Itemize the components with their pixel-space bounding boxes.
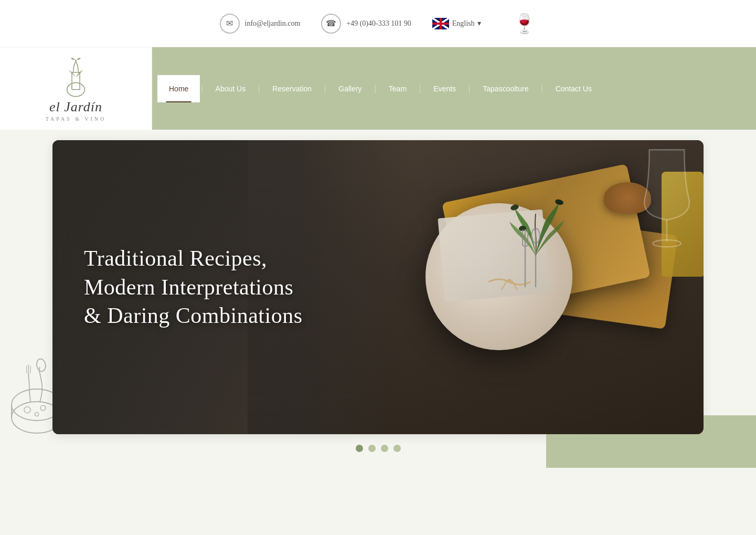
nav-sep-2: | (257, 84, 261, 93)
nav-item-gallery[interactable]: Gallery (327, 75, 373, 102)
svg-point-15 (510, 204, 519, 212)
logo-name: el Jardín (49, 99, 102, 115)
language-text: English (452, 19, 475, 28)
slider-dot-3[interactable] (381, 445, 388, 452)
nav-item-events[interactable]: Events (422, 75, 467, 102)
svg-line-22 (512, 281, 517, 290)
email-text: info@eljardin.com (245, 19, 301, 28)
slider-dot-1[interactable] (356, 445, 363, 452)
nav-sep-4: | (374, 84, 377, 93)
main-content: Traditional Recipes, Modern Interpretati… (0, 130, 756, 468)
hero-slider: Traditional Recipes, Modern Interpretati… (52, 140, 704, 434)
svg-point-16 (555, 198, 564, 206)
logo-subtitle: TAPAS & VINO (46, 116, 107, 122)
nav-item-tapascoolture[interactable]: Tapascoolture (471, 75, 540, 102)
phone-contact[interactable]: ☎ +49 (0)40-333 101 90 (321, 14, 411, 34)
email-icon: ✉ (220, 14, 240, 34)
nav-item-reservation[interactable]: Reservation (261, 75, 323, 102)
email-contact[interactable]: ✉ info@eljardin.com (220, 14, 301, 34)
nav-item-about[interactable]: About Us (204, 75, 258, 102)
svg-point-8 (35, 412, 38, 416)
nav-item-home[interactable]: Home (157, 75, 200, 102)
nav-sep-3: | (323, 84, 327, 93)
slider-text: Traditional Recipes, Modern Interpretati… (84, 244, 302, 330)
logo-area: el Jardín TAPAS & VINO (0, 47, 152, 130)
logo-image (56, 53, 95, 97)
svg-point-9 (36, 358, 47, 372)
nav-item-contact[interactable]: Contact Us (544, 75, 603, 102)
nav-item-team[interactable]: Team (377, 75, 418, 102)
nav-sep-1: | (200, 84, 204, 93)
phone-text: +49 (0)40-333 101 90 (346, 19, 411, 28)
slider-heading: Traditional Recipes, Modern Interpretati… (84, 244, 302, 330)
top-bar: ✉ info@eljardin.com ☎ +49 (0)40-333 101 … (0, 0, 756, 47)
header: el Jardín TAPAS & VINO Home | About Us |… (0, 47, 756, 130)
slider-dot-4[interactable] (393, 445, 401, 452)
svg-line-21 (502, 281, 507, 290)
nav-sep-5: | (418, 84, 422, 93)
nav-sep-7: | (540, 84, 544, 93)
svg-point-6 (24, 407, 30, 413)
navigation: Home | About Us | Reservation | Gallery … (152, 47, 756, 130)
uk-flag-icon (432, 18, 449, 29)
phone-icon: ☎ (321, 14, 341, 34)
wine-glass-icon: 🍷 (513, 13, 536, 35)
svg-point-7 (40, 405, 46, 411)
nav-sep-6: | (467, 84, 471, 93)
language-selector[interactable]: English ▾ (432, 18, 482, 29)
svg-rect-1 (72, 72, 80, 90)
dropdown-arrow-icon: ▾ (477, 19, 481, 28)
slider-dot-2[interactable] (368, 445, 376, 452)
slider-image: Traditional Recipes, Modern Interpretati… (52, 140, 704, 434)
